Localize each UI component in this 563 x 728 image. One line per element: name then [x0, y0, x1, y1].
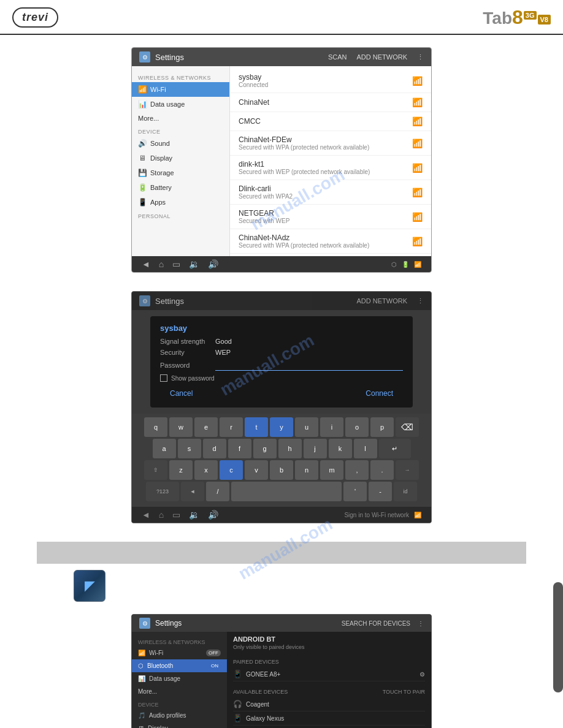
connect-button[interactable]: Connect: [356, 387, 403, 400]
bt-sidebar-audio[interactable]: 🎵 Audio profiles: [132, 709, 227, 722]
bt-sidebar-bluetooth[interactable]: ⬡ Bluetooth ON: [132, 659, 227, 672]
bt-available-nexus[interactable]: 📱 Galaxy Nexus: [233, 711, 425, 726]
wifi-toggle[interactable]: ON: [208, 86, 224, 93]
key-d[interactable]: d: [203, 439, 226, 458]
show-password-checkbox[interactable]: [160, 374, 167, 382]
key-q[interactable]: q: [144, 417, 167, 437]
wifi-status-icon: 📶: [414, 261, 421, 268]
kb-back-button[interactable]: ◄: [142, 510, 150, 520]
bt-available-android124[interactable]: 📱 ANDROID 124: [233, 726, 425, 728]
key-p[interactable]: p: [370, 417, 394, 437]
key-s[interactable]: s: [178, 439, 201, 458]
sidebar-item-more[interactable]: More...: [132, 112, 229, 125]
bt-data-label: Data usage: [149, 675, 180, 682]
bt-menu-icon[interactable]: ⋮: [418, 620, 424, 627]
wifi-label: Wi-Fi: [150, 86, 166, 93]
sidebar-item-storage[interactable]: 💾 Storage: [132, 165, 229, 180]
key-b[interactable]: b: [270, 460, 293, 480]
wifi-item-chinanet-nadz[interactable]: ChinaNet-NAdz Secured with WPA (protecte…: [230, 229, 431, 254]
bt-sidebar-wifi[interactable]: 📶 Wi-Fi OFF: [132, 646, 227, 659]
key-id[interactable]: id: [394, 482, 417, 501]
key-f[interactable]: f: [228, 439, 251, 458]
key-slash[interactable]: /: [206, 482, 229, 501]
bt-touch-to-pair: TOUCH TO PAIR: [383, 689, 425, 695]
password-input[interactable]: [215, 360, 403, 371]
key-v[interactable]: v: [245, 460, 268, 480]
scroll-indicator[interactable]: [553, 582, 563, 692]
kb-recents-button[interactable]: ▭: [172, 510, 180, 520]
key-comma[interactable]: ,: [345, 460, 369, 480]
key-h[interactable]: h: [278, 439, 302, 458]
sidebar-item-apps[interactable]: 📱 Apps: [132, 195, 229, 210]
sidebar-item-wifi[interactable]: 📶 Wi-Fi ON: [132, 82, 229, 97]
bt-search-action[interactable]: SEARCH FOR DEVICES: [342, 620, 410, 627]
key-dash[interactable]: -: [369, 482, 392, 501]
cancel-button[interactable]: Cancel: [160, 387, 202, 400]
key-g[interactable]: g: [253, 439, 277, 458]
bt-paired-gonee[interactable]: 📱 GONEE A8+ ⚙: [233, 667, 425, 681]
data-usage-icon: 📊: [138, 100, 147, 108]
menu-icon[interactable]: ⋮: [417, 53, 424, 61]
header: trevi Tab83GV8: [0, 0, 563, 35]
key-l[interactable]: l: [354, 439, 377, 458]
bt-bt-label: Bluetooth: [147, 662, 173, 669]
wifi-item-sysbay[interactable]: sysbay Connected 📶: [230, 69, 431, 93]
key-m[interactable]: m: [320, 460, 343, 480]
bt-sidebar-display[interactable]: 🖥 Display: [132, 722, 227, 728]
kb-vol-down-button[interactable]: 🔉: [189, 510, 199, 520]
bt-gonee-settings-icon[interactable]: ⚙: [419, 671, 425, 678]
kb-sign-in-text: Sign in to Wi-Fi network: [344, 512, 409, 518]
back-button[interactable]: ◄: [142, 259, 150, 269]
key-shift[interactable]: ⇧: [144, 460, 167, 480]
key-enter[interactable]: ↵: [379, 439, 411, 458]
sidebar-item-data-usage[interactable]: 📊 Data usage: [132, 97, 229, 112]
wifi-status: Secured with WPA (protected network avai…: [239, 242, 369, 249]
bt-available-coagent[interactable]: 🎧 Coagent: [233, 697, 425, 711]
sidebar-item-display[interactable]: 🖥 Display: [132, 151, 229, 165]
key-o[interactable]: o: [345, 417, 369, 437]
key-t[interactable]: t: [245, 417, 268, 437]
bt-sidebar-more[interactable]: More...: [132, 685, 227, 698]
wifi-item-chinanet[interactable]: ChinaNet 📶: [230, 93, 431, 112]
key-period[interactable]: .: [370, 460, 394, 480]
key-k[interactable]: k: [329, 439, 352, 458]
kb-menu-icon[interactable]: ⋮: [417, 297, 424, 305]
key-i[interactable]: i: [320, 417, 343, 437]
wifi-item-dlink-carli[interactable]: Dlink-carli Secured with WPA2 📶: [230, 180, 431, 205]
volume-up-button[interactable]: 🔊: [208, 259, 218, 269]
recents-button[interactable]: ▭: [172, 259, 180, 269]
key-u[interactable]: u: [295, 417, 318, 437]
wifi-item-chinanet-fdew[interactable]: ChinaNet-FDEw Secured with WPA (protecte…: [230, 131, 431, 156]
key-w[interactable]: w: [169, 417, 193, 437]
key-arrow-right[interactable]: →: [396, 460, 419, 480]
key-x[interactable]: x: [194, 460, 218, 480]
key-e[interactable]: e: [194, 417, 218, 437]
key-z[interactable]: z: [169, 460, 193, 480]
key-space[interactable]: [231, 482, 342, 501]
sidebar-item-sound[interactable]: 🔊 Sound: [132, 136, 229, 151]
key-special-char[interactable]: ◄: [181, 482, 204, 501]
action-add-network[interactable]: ADD NETWORK: [357, 53, 408, 61]
key-a[interactable]: a: [153, 439, 176, 458]
bluetooth-app-icon[interactable]: ◤: [74, 570, 105, 602]
wifi-item-netgear[interactable]: NETGEAR Secured with WEP 📶: [230, 205, 431, 229]
wifi-item-cmcc[interactable]: CMCC 📶: [230, 112, 431, 131]
key-c[interactable]: c: [220, 460, 243, 480]
bt-sidebar-data-usage[interactable]: 📊 Data usage: [132, 672, 227, 685]
key-j[interactable]: j: [304, 439, 327, 458]
kb-titlebar-left: ⚙ Settings: [139, 295, 184, 306]
key-apostrophe[interactable]: ': [343, 482, 367, 501]
key-n[interactable]: n: [295, 460, 318, 480]
action-scan[interactable]: SCAN: [328, 53, 347, 61]
kb-home-button[interactable]: ⌂: [159, 510, 164, 520]
wifi-item-dlink[interactable]: dink-kt1 Secured with WEP (protected net…: [230, 156, 431, 180]
key-backspace[interactable]: ⌫: [396, 417, 419, 437]
key-num-switch[interactable]: ?123: [146, 482, 179, 501]
volume-down-button[interactable]: 🔉: [189, 259, 199, 269]
kb-vol-up-button[interactable]: 🔊: [208, 510, 218, 520]
home-button[interactable]: ⌂: [159, 259, 164, 269]
sidebar-item-battery[interactable]: 🔋 Battery: [132, 180, 229, 195]
key-y[interactable]: y: [270, 417, 293, 437]
settings-titlebar-1: ⚙ Settings SCAN ADD NETWORK ⋮: [132, 48, 431, 66]
key-r[interactable]: r: [220, 417, 243, 437]
